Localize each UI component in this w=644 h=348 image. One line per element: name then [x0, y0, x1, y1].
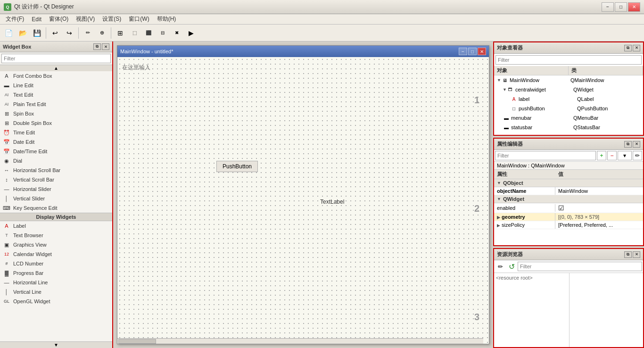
prop-row-geometry[interactable]: ▶ geometry [(0, 0), 783 × 579] — [494, 213, 643, 221]
widget-item-lcd-number[interactable]: # LCD Number — [0, 259, 112, 268]
widget-box-filter[interactable] — [1, 54, 111, 63]
widget-item-plain-text-edit[interactable]: AI Plain Text Edit — [0, 99, 112, 109]
close-button[interactable]: ✕ — [628, 2, 640, 12]
widget-item-v-line[interactable]: │ Vertical Line — [0, 287, 112, 297]
toolbar-undo-button[interactable]: ↩ — [49, 26, 62, 40]
prop-filter-remove-button[interactable]: − — [607, 151, 617, 160]
widget-label-dial: Dial — [13, 158, 22, 164]
widget-item-line-edit[interactable]: ▬ Line Edit — [0, 81, 112, 90]
res-pencil-button[interactable]: ✏ — [495, 261, 505, 272]
expand-centralwidget-arrow[interactable]: ▼ — [503, 87, 507, 92]
toolbar-tab-order-button[interactable]: ⊕ — [95, 26, 108, 40]
prop-row-sizepolicy[interactable]: ▶ sizePolicy [Preferred, Preferred, ... — [494, 221, 643, 229]
widget-box-scroll-down[interactable]: ▼ — [0, 341, 112, 348]
time-edit-icon: ⏰ — [3, 129, 10, 136]
widget-box-scroll-up[interactable]: ▲ — [0, 65, 112, 71]
toolbar-layout-grid-button[interactable]: ⊟ — [156, 26, 169, 40]
menu-file[interactable]: 文件(F) — [2, 14, 28, 24]
toolbar-grid-button[interactable]: ⊞ — [114, 26, 127, 40]
expand-qwidget-arrow[interactable]: ▼ — [497, 197, 501, 201]
menu-view[interactable]: 视图(V) — [72, 14, 99, 24]
res-browser-float-button[interactable]: ⧉ — [624, 251, 632, 258]
toolbar-redo-button[interactable]: ↪ — [63, 26, 76, 40]
widget-item-datetime-edit[interactable]: 📅 Date/Time Edit — [0, 147, 112, 156]
expand-sizepolicy-arrow[interactable]: ▶ — [497, 223, 500, 228]
tree-row-pushbutton[interactable]: □ pushButton QPushButton — [494, 104, 643, 113]
widget-item-spin-box[interactable]: ⊞ Spin Box — [0, 109, 112, 118]
prop-filter-add-button[interactable]: + — [597, 151, 606, 160]
widget-item-h-slider[interactable]: — Horizontal Slider — [0, 184, 112, 194]
centralwidget-icon: 🗔 — [507, 86, 514, 93]
canvas-maximize-button[interactable]: □ — [468, 48, 477, 55]
widget-item-label[interactable]: A Label — [0, 221, 112, 231]
toolbar-preview-button[interactable]: ▶ — [184, 26, 198, 40]
toolbar-layout-v-button[interactable]: ⬛ — [142, 26, 155, 40]
toolbar-save-button[interactable]: 💾 — [30, 26, 43, 40]
widget-item-text-browser[interactable]: T Text Browser — [0, 231, 112, 240]
widget-item-h-line[interactable]: — Horizontal Line — [0, 278, 112, 287]
tree-row-mainwindow[interactable]: ▼ 🖥 MainWindow QMainWindow — [494, 75, 643, 85]
toolbar-break-layout-button[interactable]: ✖ — [170, 26, 183, 40]
widget-item-h-scroll-bar[interactable]: ↔ Horizontal Scroll Bar — [0, 166, 112, 175]
menu-form[interactable]: 窗体(O) — [45, 14, 72, 24]
tree-header: 对象 类 — [494, 66, 643, 75]
canvas-body[interactable]: 在这里输入 PushButton TextLabel 1 2 3 — [117, 57, 489, 344]
minimize-button[interactable]: − — [602, 2, 614, 12]
statusbar-tree-icon: ▬ — [503, 124, 510, 131]
expand-mainwindow-arrow[interactable]: ▼ — [497, 78, 501, 83]
widget-item-font-combo-box[interactable]: A Font Combo Box — [0, 71, 112, 81]
prop-row-objectname[interactable]: objectName MainWindow — [494, 187, 643, 195]
prop-editor-float-button[interactable]: ⧉ — [624, 141, 632, 148]
property-filter-input[interactable] — [495, 151, 596, 160]
object-inspector-filter[interactable] — [495, 55, 642, 65]
obj-inspector-close-button[interactable]: ✕ — [633, 45, 640, 51]
date-edit-icon: 📅 — [3, 138, 10, 146]
canvas-push-button[interactable]: PushButton — [216, 161, 258, 172]
prop-filter-options-button[interactable]: ▾ — [618, 151, 632, 160]
res-refresh-button[interactable]: ↺ — [506, 261, 517, 272]
widget-item-text-edit[interactable]: AI Text Edit — [0, 90, 112, 99]
canvas-h-scrollbar[interactable] — [117, 338, 483, 344]
prop-row-enabled[interactable]: enabled ☑ — [494, 203, 643, 213]
prop-editor-header-btns: ⧉ ✕ — [624, 141, 640, 148]
canvas-h-scrollbar-thumb[interactable] — [118, 339, 156, 344]
tree-row-statusbar[interactable]: ▬ statusbar QStatusBar — [494, 123, 643, 132]
widget-box-float-button[interactable]: ⧉ — [93, 43, 101, 50]
tree-row-centralwidget[interactable]: ▼ 🗔 centralwidget QWidget — [494, 85, 643, 94]
line-edit-icon: ▬ — [3, 82, 10, 89]
toolbar-new-button[interactable]: 📄 — [2, 26, 15, 40]
canvas-minimize-button[interactable]: − — [459, 48, 467, 55]
widget-item-key-seq-edit[interactable]: ⌨ Key Sequence Edit — [0, 203, 112, 213]
tree-row-menubar[interactable]: ▬ menubar QMenuBar — [494, 113, 643, 123]
menu-help[interactable]: 帮助(H) — [153, 14, 180, 24]
widget-item-v-slider[interactable]: │ Vertical Slider — [0, 194, 112, 203]
expand-qobject-arrow[interactable]: ▼ — [497, 181, 501, 185]
expand-geometry-arrow[interactable]: ▶ — [497, 215, 500, 220]
widget-item-graphics-view[interactable]: ▣ Graphics View — [0, 240, 112, 249]
widget-item-double-spin-box[interactable]: ⊞ Double Spin Box — [0, 118, 112, 128]
property-editor-header: 属性编辑器 ⧉ ✕ — [494, 139, 643, 150]
prop-filter-pencil-button[interactable]: ✏ — [633, 151, 642, 160]
display-widgets-category: Display Widgets — [0, 213, 112, 221]
toolbar-open-button[interactable]: 📂 — [16, 26, 29, 40]
widget-item-date-edit[interactable]: 📅 Date Edit — [0, 137, 112, 147]
menu-edit[interactable]: Edit — [28, 15, 45, 24]
maximize-button[interactable]: □ — [615, 2, 627, 12]
widget-item-dial[interactable]: ◉ Dial — [0, 156, 112, 166]
res-browser-close-button[interactable]: ✕ — [633, 251, 640, 258]
obj-inspector-float-button[interactable]: ⧉ — [624, 45, 632, 51]
prop-editor-close-button[interactable]: ✕ — [633, 141, 640, 148]
toolbar-widget-editor-button[interactable]: ✏ — [81, 26, 94, 40]
menu-window[interactable]: 窗口(W) — [125, 14, 153, 24]
widget-item-calendar-widget[interactable]: 12 Calendar Widget — [0, 249, 112, 259]
widget-item-opengl-widget[interactable]: GL OpenGL Widget — [0, 297, 112, 306]
widget-item-time-edit[interactable]: ⏰ Time Edit — [0, 128, 112, 137]
widget-box-close-button[interactable]: ✕ — [102, 43, 109, 50]
resource-browser-filter[interactable] — [518, 262, 642, 271]
widget-item-progress-bar[interactable]: ▓ Progress Bar — [0, 268, 112, 278]
menu-settings[interactable]: 设置(S) — [99, 14, 125, 24]
widget-item-v-scroll-bar[interactable]: ↕ Vertical Scroll Bar — [0, 175, 112, 184]
toolbar-layout-h-button[interactable]: ⬚ — [128, 26, 141, 40]
canvas-close-button[interactable]: ✕ — [478, 48, 486, 55]
tree-row-label[interactable]: A label QLabel — [494, 94, 643, 104]
